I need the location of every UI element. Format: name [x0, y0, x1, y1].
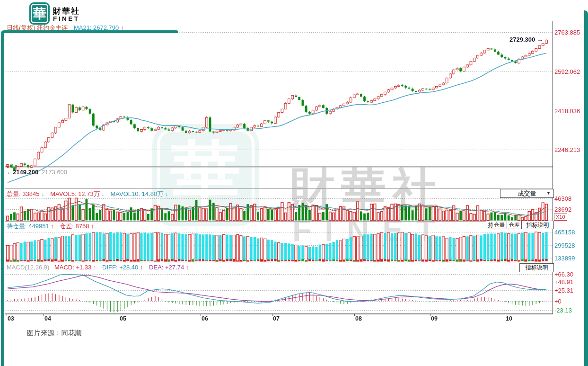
price-axis-label: 2592.062 [554, 68, 580, 75]
last-price-callout: 2729.300 → [509, 36, 543, 43]
brand-name-en: FINET [53, 15, 80, 22]
chevron-down-icon: ▼ [546, 191, 551, 196]
indicator-dropdown[interactable]: 成交量 ▼ [500, 189, 554, 198]
price-axis-label: 2418.036 [554, 107, 580, 115]
indicator-dropdown-value: 成交量 [518, 189, 536, 198]
x-axis-label: 10 [506, 315, 512, 322]
finet-logo-glyph: 華 [31, 4, 48, 23]
x-axis-label: 05 [120, 315, 126, 322]
macd-params: MACD(12,26,9) [7, 264, 49, 271]
mavol10-value: MAVOL10: 14.80万 [110, 190, 163, 197]
low-price-callout: ←2149.200 2173.600 [7, 169, 67, 176]
frame-left-strip [1, 31, 4, 366]
ma21-up-arrow-icon: ↑ [121, 24, 124, 31]
volume-pane-header: 总量: 33845 ↓ MAVOL5: 12.73万 ↓ MAVOL10: 14… [7, 190, 168, 198]
dea-up-arrow-icon: ↑ [186, 264, 189, 271]
dea-value: DEA: +27.74 [149, 264, 184, 271]
oi-axis-label: 133899 [554, 255, 575, 262]
volume-down-arrow-icon: ↓ [41, 190, 44, 197]
x-axis-label: 06 [202, 315, 208, 322]
macd-axis-label: +25.31 [554, 287, 573, 294]
low-price-value: ←2149.200 [7, 169, 38, 176]
volume-axis-label: 23692 [554, 206, 571, 213]
macd-up-arrow-icon: ↑ [93, 264, 97, 271]
volume-total: 总量: 33845 [7, 190, 39, 197]
last-price-value: 2729.300 [509, 36, 535, 43]
diff-value: DIFF: +28.40 [102, 264, 138, 271]
x-axis-label: 09 [431, 315, 438, 322]
price-axis-label: 2763.885 [554, 29, 580, 36]
oi-tab-openinterest[interactable]: 持仓量 [486, 221, 507, 229]
chart-title: 日线(复权) 纽约金主连 [7, 24, 68, 31]
finet-logo: 華 [29, 2, 50, 25]
image-source-caption: 图片来源：同花顺 [27, 329, 82, 338]
volume-multiplier-badge: X10 [554, 214, 567, 221]
price-axis-label: 2246.213 [554, 146, 580, 153]
macd-axis-label: +66.30 [554, 271, 573, 278]
x-axis-label: 03 [8, 315, 14, 322]
oi-indicator-help-button[interactable]: 指标说明 [521, 221, 554, 229]
oi-change-up-arrow-icon: ↑ [91, 223, 94, 230]
frame-right-strip [584, 10, 588, 366]
diff-up-arrow-icon: ↑ [140, 264, 143, 271]
trading-chart-window: 華 財華社 FINET 華 財華社 FINET 日线(复权) 纽约金主连 MA2… [0, 0, 588, 366]
x-axis-label: 04 [44, 315, 51, 322]
x-axis-label: 08 [355, 315, 362, 322]
chart-canvas[interactable] [0, 0, 588, 366]
mavol5-down-arrow-icon: ↓ [101, 190, 105, 197]
oi-axis-label: 465158 [554, 229, 575, 236]
mavol10-down-arrow-icon: ↓ [165, 190, 168, 197]
oi-tab-change[interactable]: 仓差 [507, 221, 522, 229]
oi-axis-label: 299528 [554, 242, 575, 249]
ma21-value: MA21: 2672.790 [74, 24, 119, 31]
macd-axis-label: +48.91 [554, 278, 573, 286]
mavol5-value: MAVOL5: 12.73万 [50, 190, 100, 197]
oi-pane-header: 持仓量: 449951 ↑ 仓差: 8758 ↑ [7, 222, 94, 231]
price-pane-header: 日线(复权) 纽约金主连 MA21: 2672.790 ↑ [7, 24, 123, 32]
macd-pane-header: MACD(12,26,9) MACD: +1.33 ↑ DIFF: +28.40… [7, 264, 189, 271]
oi-change-value: 仓差: 8758 [60, 223, 89, 230]
volume-axis-label: 46308 [554, 195, 571, 202]
alert-line-price: 2173.600 [42, 169, 67, 176]
macd-value: MACD: +1.33 [54, 264, 91, 271]
macd-indicator-help-button[interactable]: 指标说明 [519, 263, 554, 272]
macd-axis-label: +0 [554, 298, 562, 305]
oi-value: 持仓量: 449951 [7, 223, 49, 230]
macd-axis-label: -23.13 [554, 307, 572, 314]
x-axis-label: 07 [273, 315, 280, 322]
oi-up-arrow-icon: ↑ [51, 223, 54, 230]
last-price-arrow-icon: → [537, 36, 543, 43]
